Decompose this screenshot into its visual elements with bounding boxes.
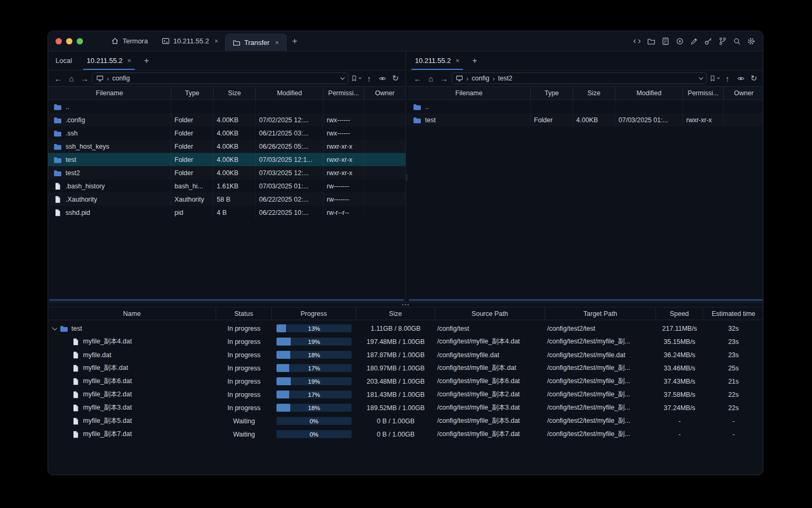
settings-icon[interactable]: [747, 37, 755, 46]
new-tab-button[interactable]: +: [287, 31, 303, 51]
refresh-button[interactable]: ↻: [390, 72, 401, 84]
column-header-filename[interactable]: Filename: [48, 87, 171, 99]
progress-bar: 13%: [276, 324, 352, 332]
close-icon[interactable]: ×: [275, 39, 279, 46]
column-header-speed[interactable]: Speed: [656, 307, 703, 320]
path-breadcrumb-input[interactable]: › config: [92, 72, 348, 84]
key-icon[interactable]: [704, 37, 713, 46]
file-table-row[interactable]: test Folder 4.00KB 07/03/2025 01:... rwx…: [408, 113, 763, 126]
folder-icon[interactable]: [647, 37, 656, 46]
bookmark-button[interactable]: [708, 72, 720, 84]
tab-transfer[interactable]: Transfer ×: [225, 34, 287, 51]
bookmark-button[interactable]: [350, 72, 362, 84]
subtab-host[interactable]: 10.211.55.2 ×: [408, 51, 467, 70]
subtab-host[interactable]: 10.211.55.2 ×: [79, 51, 139, 70]
record-icon[interactable]: [676, 37, 684, 46]
column-header-modified[interactable]: Modified: [256, 87, 324, 99]
show-hidden-files-button[interactable]: [735, 72, 746, 84]
transfer-name-text: myfile_副本4.dat: [83, 337, 132, 346]
search-icon[interactable]: [733, 37, 741, 46]
column-header-size[interactable]: Size: [356, 307, 435, 320]
refresh-button[interactable]: ↻: [748, 72, 760, 84]
transfer-row[interactable]: myfile_副本6.dat In progress 19% 203.48MB …: [48, 375, 763, 388]
column-header-estimated-time[interactable]: Estimated time: [703, 307, 763, 320]
show-hidden-files-button[interactable]: [376, 72, 388, 84]
path-segment[interactable]: config: [472, 75, 489, 82]
path-segment[interactable]: test2: [498, 75, 512, 82]
column-header-owner[interactable]: Owner: [364, 87, 405, 99]
transfer-row[interactable]: myfile_副本2.dat In progress 17% 181.43MB …: [48, 388, 763, 401]
file-table-row[interactable]: .ssh Folder 4.00KB 06/21/2025 03:... rwx…: [48, 126, 405, 140]
column-header-filename[interactable]: Filename: [408, 87, 531, 99]
status-cell: In progress: [216, 388, 272, 401]
close-icon[interactable]: ×: [214, 38, 218, 44]
source-path-cell: /config/test: [435, 322, 545, 335]
column-header-owner[interactable]: Owner: [724, 87, 763, 99]
transfer-splitter[interactable]: •••: [48, 302, 763, 307]
file-table-row[interactable]: test Folder 4.00KB 07/03/2025 12:1... rw…: [48, 153, 405, 166]
subtab-local[interactable]: Local: [48, 51, 79, 70]
expand-chevron-icon[interactable]: [52, 325, 57, 330]
forward-button[interactable]: →: [79, 72, 90, 84]
column-header-target-path[interactable]: Target Path: [545, 307, 656, 320]
source-path-cell: /config/test/myfile_副本7.dat: [435, 428, 545, 441]
close-icon[interactable]: ×: [127, 57, 132, 64]
column-header-progress[interactable]: Progress: [272, 307, 356, 320]
folder-icon: [60, 324, 68, 333]
column-header-permissions[interactable]: Permissi...: [683, 87, 724, 99]
home-button[interactable]: ⌂: [66, 72, 77, 84]
minimize-window-button[interactable]: [66, 38, 72, 44]
transfer-row[interactable]: myfile.dat In progress 18% 187.87MB / 1.…: [48, 348, 763, 361]
file-table-row[interactable]: test2 Folder 4.00KB 07/03/2025 12:... rw…: [48, 166, 405, 179]
log-icon[interactable]: [661, 37, 670, 46]
file-table-row[interactable]: .Xauthority Xauthority 58 B 06/22/2025 0…: [48, 193, 405, 206]
new-session-tab-button[interactable]: +: [467, 51, 482, 70]
file-table-row[interactable]: .config Folder 4.00KB 07/02/2025 12:... …: [48, 113, 405, 126]
file-table-row[interactable]: ..: [48, 100, 405, 113]
column-header-name[interactable]: Name: [48, 307, 216, 320]
back-button[interactable]: ←: [412, 72, 423, 84]
column-header-modified[interactable]: Modified: [615, 87, 683, 99]
transfer-row[interactable]: myfile_副本7.dat Waiting 0% 0 B / 1.00GB /…: [48, 428, 763, 441]
horizontal-scrollbar[interactable]: [49, 299, 404, 301]
chevron-down-icon[interactable]: [699, 75, 703, 79]
transfer-row[interactable]: myfile_副本.dat In progress 17% 180.97MB /…: [48, 361, 763, 375]
file-table-row[interactable]: sshd.pid pid 4 B 06/22/2025 10:... rw-r-…: [48, 206, 405, 219]
file-table-row[interactable]: .bash_history bash_hi... 1.61KB 07/03/20…: [48, 179, 405, 193]
right-file-panel: 10.211.55.2 × + ← ⌂ → › config › test2: [408, 51, 763, 302]
file-table-row[interactable]: ssh_host_keys Folder 4.00KB 06/26/2025 0…: [48, 140, 405, 153]
home-button[interactable]: ⌂: [425, 72, 437, 84]
column-header-size[interactable]: Size: [573, 87, 615, 99]
path-breadcrumb-input[interactable]: › config › test2: [451, 72, 707, 84]
transfer-row[interactable]: test In progress 13% 1.11GB / 8.00GB /co…: [48, 322, 763, 335]
column-header-source-path[interactable]: Source Path: [435, 307, 545, 320]
column-header-status[interactable]: Status: [216, 307, 272, 320]
transfer-row[interactable]: myfile_副本4.dat In progress 19% 197.48MB …: [48, 335, 763, 348]
transfer-row[interactable]: myfile_副本3.dat In progress 18% 189.52MB …: [48, 401, 763, 414]
chevron-down-icon[interactable]: [340, 75, 345, 79]
upload-button[interactable]: ↑: [363, 72, 375, 84]
progress-cell: 13%: [272, 322, 356, 335]
branch-icon[interactable]: [718, 37, 727, 46]
tab-termora[interactable]: Termora: [104, 31, 155, 51]
speed-cell: 35.15MB/s: [656, 335, 703, 348]
transfer-row[interactable]: myfile_副本5.dat Waiting 0% 0 B / 1.00GB /…: [48, 414, 763, 428]
path-segment[interactable]: config: [112, 75, 130, 82]
edit-icon[interactable]: [690, 37, 698, 46]
upload-button[interactable]: ↑: [722, 72, 733, 84]
forward-button[interactable]: →: [438, 72, 450, 84]
subtab-label: Local: [56, 57, 72, 65]
horizontal-scrollbar[interactable]: [409, 299, 763, 301]
column-header-size[interactable]: Size: [214, 87, 256, 99]
zoom-window-button[interactable]: [77, 38, 83, 44]
code-icon[interactable]: [633, 37, 641, 46]
file-table-row[interactable]: ..: [408, 100, 763, 113]
close-window-button[interactable]: [56, 38, 62, 44]
column-header-type[interactable]: Type: [171, 87, 214, 99]
column-header-type[interactable]: Type: [531, 87, 573, 99]
back-button[interactable]: ←: [52, 72, 64, 84]
tab-host[interactable]: 10.211.55.2 ×: [155, 31, 225, 51]
column-header-permissions[interactable]: Permissi...: [324, 87, 364, 99]
new-session-tab-button[interactable]: +: [139, 51, 154, 70]
close-icon[interactable]: ×: [456, 57, 460, 64]
